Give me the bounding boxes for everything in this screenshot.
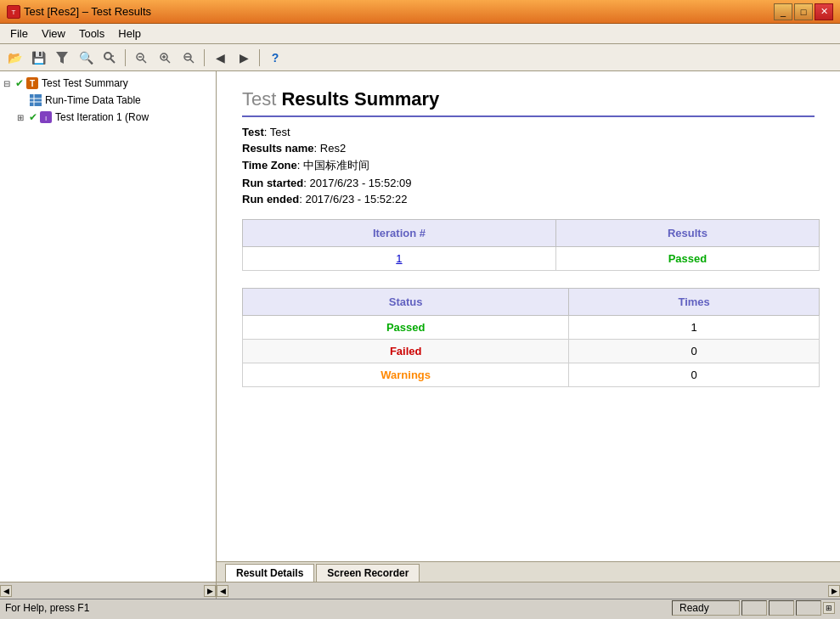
main-area: ⊟ ✔ T Test Test Summary Run-Time Data Ta…: [0, 71, 840, 582]
filter-button[interactable]: [51, 48, 73, 68]
status-panel-2: [741, 600, 767, 616]
title-bar: T Test [Res2] – Test Results _ □ ✕: [0, 0, 840, 24]
status-times-cell: 1: [569, 316, 820, 340]
meta-run-ended-value: 2017/6/23 - 15:52:22: [305, 193, 407, 205]
meta-run-ended-label: Run ended: [242, 193, 299, 205]
svg-line-10: [166, 59, 170, 63]
toolbar: 📂 💾 🔍 ◀ ▶ ?: [0, 44, 840, 71]
iteration-result-cell: Passed: [555, 247, 819, 271]
back-button[interactable]: ◀: [209, 48, 231, 68]
tree-datatable-label: Run-Time Data Table: [45, 94, 141, 106]
iteration-table-row: 1Passed: [243, 247, 820, 271]
svg-point-3: [104, 53, 111, 59]
status-resize-grip[interactable]: ⊞: [823, 602, 835, 614]
menu-file[interactable]: File: [3, 25, 35, 42]
meta-results-value: Res2: [320, 142, 346, 155]
status-name-cell: Failed: [243, 340, 569, 363]
iteration-table: Iteration # Results 1Passed: [242, 219, 820, 271]
maximize-button[interactable]: □: [794, 3, 813, 20]
svg-text:T: T: [30, 79, 35, 88]
close-button[interactable]: ✕: [815, 3, 833, 20]
status-table-header-1: Status: [243, 289, 569, 316]
find-next-button[interactable]: [99, 48, 121, 68]
menu-help[interactable]: Help: [111, 25, 148, 42]
svg-text:I: I: [45, 115, 47, 122]
content-scroll[interactable]: Test Results Summary Test: Test Results …: [217, 71, 840, 561]
status-panel-4: [796, 600, 821, 616]
menu-view[interactable]: View: [35, 25, 72, 42]
zoom-in-button[interactable]: [154, 48, 176, 68]
zoom-fit-button[interactable]: [178, 48, 200, 68]
meta-test: Test: Test: [242, 126, 815, 138]
meta-run-started-label: Run started: [242, 177, 303, 189]
status-times-cell: 0: [569, 363, 820, 387]
bottom-scroll-area: ◀ ▶ ◀ ▶: [0, 582, 840, 599]
content-scroll-right[interactable]: ▶: [828, 585, 840, 597]
content-scroll-left[interactable]: ◀: [217, 585, 228, 597]
open-button[interactable]: 📂: [3, 48, 25, 68]
tree-check-iteration-icon: ✔: [29, 111, 37, 123]
meta-timezone-value: 中国标准时间: [303, 159, 369, 172]
svg-line-4: [110, 59, 115, 63]
meta-timezone: Time Zone: 中国标准时间: [242, 158, 815, 173]
toolbar-separator-1: [125, 49, 126, 66]
toolbar-separator-3: [259, 49, 260, 66]
status-ready-text: Ready: [679, 602, 709, 614]
status-ready-panel: Ready: [672, 600, 740, 616]
status-help-text: For Help, press F1: [5, 602, 672, 614]
content-hscroll: ◀ ▶: [217, 582, 840, 599]
tree-datatable-icon: [29, 93, 42, 107]
tree-scroll-left[interactable]: ◀: [0, 585, 12, 597]
tree-item-summary[interactable]: ⊟ ✔ T Test Test Summary: [0, 75, 216, 92]
status-name-cell: Warnings: [243, 363, 569, 387]
tab-screen-recorder[interactable]: Screen Recorder: [316, 564, 420, 582]
tree-hscroll: ◀ ▶: [0, 582, 217, 599]
tree-check-icon: ✔: [15, 77, 24, 89]
tree-summary-icon: T: [25, 76, 39, 90]
status-table: Status Times Passed1Failed0Warnings0: [242, 288, 820, 387]
status-times-cell: 0: [569, 340, 820, 363]
iteration-link[interactable]: 1: [396, 252, 402, 265]
tree-expand-iteration: ⊞: [17, 113, 29, 122]
help-button[interactable]: ?: [264, 48, 286, 68]
svg-text:T: T: [12, 8, 16, 16]
tree-iteration-icon: I: [39, 110, 53, 124]
menu-tools[interactable]: Tools: [72, 25, 111, 42]
status-table-row: Passed1: [243, 316, 820, 340]
search-button[interactable]: 🔍: [75, 48, 97, 68]
meta-timezone-label: Time Zone: [242, 159, 297, 172]
svg-rect-18: [30, 94, 42, 106]
tree-item-datatable[interactable]: Run-Time Data Table: [0, 92, 216, 109]
meta-run-started: Run started: 2017/6/23 - 15:52:09: [242, 177, 815, 189]
report-title-light: Test: [242, 88, 281, 110]
minimize-button[interactable]: _: [774, 3, 792, 20]
toolbar-separator-2: [204, 49, 205, 66]
report-title: Test Results Summary: [242, 88, 815, 117]
meta-results-name: Results name: Res2: [242, 142, 815, 155]
svg-line-7: [143, 59, 146, 63]
status-table-header-2: Times: [569, 289, 820, 316]
window-title: Test [Res2] – Test Results: [24, 5, 151, 18]
status-name-cell: Passed: [243, 316, 569, 340]
report-title-bold: Results Summary: [281, 88, 439, 110]
status-panels: Ready ⊞: [672, 600, 835, 616]
forward-button[interactable]: ▶: [233, 48, 255, 68]
tree-expand-icon: ⊟: [3, 79, 15, 88]
tab-result-details[interactable]: Result Details: [225, 564, 314, 582]
meta-run-ended: Run ended: 2017/6/23 - 15:52:22: [242, 193, 815, 205]
iteration-table-header-2: Results: [555, 220, 819, 247]
svg-marker-2: [56, 52, 68, 64]
status-table-row: Warnings0: [243, 363, 820, 387]
report-meta: Test: Test Results name: Res2 Time Zone:…: [242, 126, 815, 205]
save-button[interactable]: 💾: [27, 48, 49, 68]
tree-scroll-right[interactable]: ▶: [204, 585, 216, 597]
menu-bar: File View Tools Help: [0, 24, 840, 44]
tree-panel: ⊟ ✔ T Test Test Summary Run-Time Data Ta…: [0, 71, 217, 582]
tree-item-iteration[interactable]: ⊞ ✔ I Test Iteration 1 (Row: [0, 109, 216, 126]
tree-scroll-track: [12, 585, 204, 597]
iteration-number-cell: 1: [243, 247, 556, 271]
zoom-out-button[interactable]: [130, 48, 152, 68]
status-bar: For Help, press F1 Ready ⊞: [0, 599, 840, 616]
window-controls: _ □ ✕: [774, 3, 833, 20]
iteration-table-header-1: Iteration #: [243, 220, 556, 247]
